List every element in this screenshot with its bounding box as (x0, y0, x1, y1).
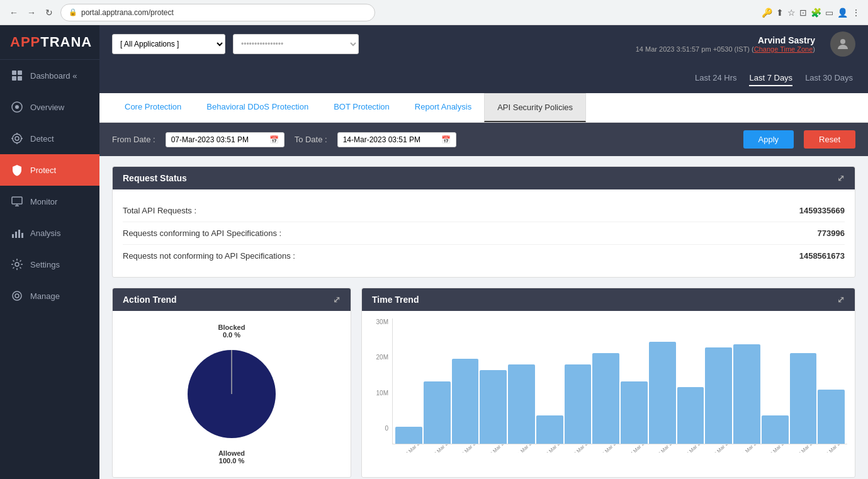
manage-icon (10, 289, 24, 303)
back-button[interactable]: ← (8, 6, 20, 19)
lock-icon: 🔒 (69, 8, 77, 16)
request-status-header: Request Status ⤢ (113, 167, 855, 189)
sidebar-item-dashboard[interactable]: Dashboard « (0, 60, 99, 91)
x-label-8: 07 Mar 23 (626, 444, 648, 453)
from-date-calendar-icon[interactable]: 📅 (269, 135, 279, 144)
sidebar-item-detect[interactable]: Detect (0, 123, 99, 154)
sidebar-nav: Dashboard « Overview (0, 60, 99, 479)
bar-col-15 (818, 318, 845, 444)
overview-icon (10, 100, 24, 114)
bar-13 (762, 415, 789, 444)
apply-button[interactable]: Apply (743, 130, 794, 149)
x-label-3: 10 Mar 23 (485, 444, 508, 453)
x-label-2: 09 Mar 23 (457, 444, 480, 453)
x-label-5: 12 Mar 23 (541, 444, 564, 453)
user-profile-icon[interactable]: 👤 (837, 8, 848, 18)
pie-chart (181, 344, 282, 444)
app-select-all[interactable]: [ All Applications ] (112, 34, 225, 54)
y-label-20m: 20M (369, 354, 388, 361)
x-label-13: 12 Mar 23 (766, 444, 789, 453)
svg-rect-0 (12, 70, 16, 75)
stat-row-conforming: Requests conforming to API Specification… (123, 222, 845, 245)
star-icon[interactable]: ☆ (787, 8, 796, 18)
tab-report-analysis[interactable]: Report Analysis (402, 93, 484, 122)
svg-rect-3 (18, 76, 22, 81)
share-icon[interactable]: ⬆ (776, 8, 784, 18)
sidebar-item-overview[interactable]: Overview (0, 91, 99, 123)
analysis-icon (10, 226, 24, 240)
time-trend-header: Time Trend ⤢ (362, 288, 855, 311)
to-date-calendar-icon[interactable]: 📅 (441, 135, 451, 144)
main-content: [ All Applications ] •••••••••••••••• Ar… (99, 25, 868, 479)
sidebar-item-analysis[interactable]: Analysis (0, 217, 99, 249)
x-axis-labels: 07 Mar 2308 Mar 2309 Mar 2310 Mar 2311 M… (395, 444, 847, 453)
svg-rect-2 (12, 76, 16, 81)
url-text: portal.apptrana.com/protect (81, 8, 174, 17)
sidebar-item-settings[interactable]: Settings (0, 249, 99, 280)
reset-button[interactable]: Reset (804, 130, 855, 149)
conforming-requests-label: Requests conforming to API Specification… (123, 228, 281, 238)
bar-12 (733, 344, 760, 444)
time-30days-btn[interactable]: Last 30 Days (805, 70, 853, 86)
blocked-label: Blocked 0.0 % (218, 324, 245, 339)
x-label-15: 14 Mar 23 (822, 444, 845, 453)
svg-rect-1 (18, 70, 22, 75)
to-date-input[interactable] (343, 135, 437, 144)
sidebar-logo: APPTRANA (0, 25, 99, 60)
bar-6 (565, 364, 592, 444)
action-trend-header: Action Trend ⤢ (113, 288, 351, 311)
app-wrapper: APPTRANA Dashboard « (0, 25, 868, 479)
browser-chrome: ← → ↻ 🔒 portal.apptrana.com/protect 🔑 ⬆ … (0, 0, 868, 25)
action-trend-card: Action Trend ⤢ Blocked 0.0 % (112, 288, 351, 478)
content-inner: Request Status ⤢ Total API Requests : 14… (99, 156, 868, 479)
tabs-bar: Core Protection Behavioral DDoS Protecti… (99, 93, 868, 123)
charts-row: Action Trend ⤢ Blocked 0.0 % (112, 288, 855, 479)
tab-api-security[interactable]: API Security Policies (484, 93, 586, 122)
sidebar-item-manage-label: Manage (30, 291, 60, 301)
svg-point-5 (15, 105, 19, 109)
reload-button[interactable]: ↻ (43, 6, 55, 19)
svg-point-7 (15, 137, 19, 140)
x-label-4: 11 Mar 23 (513, 444, 536, 453)
sidebar-item-protect-label: Protect (30, 166, 56, 175)
avatar (830, 31, 855, 57)
action-trend-expand-icon[interactable]: ⤢ (333, 295, 341, 305)
tab-core-protection[interactable]: Core Protection (112, 93, 194, 122)
sidebar-item-analysis-label: Analysis (30, 228, 60, 238)
app-select-2[interactable]: •••••••••••••••• (233, 34, 359, 54)
bar-5 (536, 415, 563, 444)
sidebar-item-protect[interactable]: Protect (0, 154, 99, 186)
bar-9 (649, 342, 676, 444)
dashboard-icon (10, 69, 24, 82)
sidebar: APPTRANA Dashboard « (0, 25, 99, 479)
bar-11 (705, 347, 732, 444)
tab-behavioral-ddos[interactable]: Behavioral DDoS Protection (194, 93, 321, 122)
time-range-bar: Last 24 Hrs Last 7 Days Last 30 Days (99, 63, 868, 93)
sidebar-item-dashboard-label: Dashboard « (30, 71, 77, 81)
time-7days-btn[interactable]: Last 7 Days (749, 70, 792, 86)
key-icon[interactable]: 🔑 (762, 8, 772, 18)
sidebar-item-settings-label: Settings (30, 260, 60, 269)
x-label-1: 08 Mar 23 (429, 444, 452, 453)
x-label-0: 07 Mar 23 (401, 444, 424, 453)
sidebar-item-monitor[interactable]: Monitor (0, 186, 99, 217)
puzzle-icon[interactable]: 🧩 (811, 8, 821, 18)
window-icon[interactable]: ▭ (825, 8, 833, 18)
bar-4 (508, 364, 535, 444)
menu-icon[interactable]: ⋮ (852, 8, 860, 18)
time-trend-expand-icon[interactable]: ⤢ (837, 295, 845, 305)
screenshot-icon[interactable]: ⊡ (799, 8, 807, 18)
bar-col-4 (508, 318, 535, 444)
change-timezone-link[interactable]: Change Time Zone (754, 45, 813, 53)
expand-icon[interactable]: ⤢ (837, 173, 845, 183)
time-24hrs-btn[interactable]: Last 24 Hrs (695, 70, 736, 86)
tab-bot-protection[interactable]: BOT Protection (321, 93, 402, 122)
nonconforming-requests-value: 1458561673 (799, 251, 845, 261)
svg-rect-18 (21, 233, 23, 238)
from-date-input[interactable] (171, 135, 266, 144)
forward-button[interactable]: → (25, 6, 38, 19)
url-bar[interactable]: 🔒 portal.apptrana.com/protect (60, 4, 375, 21)
svg-point-22 (840, 39, 845, 44)
time-trend-card: Time Trend ⤢ 30M 20M 10M 0 (361, 288, 855, 478)
sidebar-item-manage[interactable]: Manage (0, 280, 99, 312)
